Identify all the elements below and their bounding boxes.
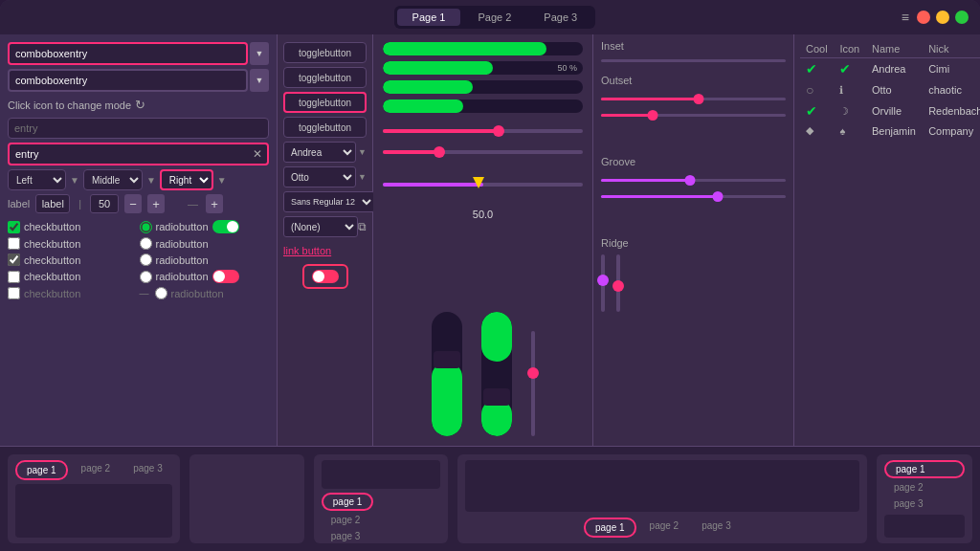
toggle-btn-2[interactable]: togglebutton	[283, 67, 367, 88]
spin-increment[interactable]: +	[147, 194, 165, 213]
maximize-button[interactable]	[955, 11, 969, 24]
align-right-select[interactable]: RightLeft	[160, 169, 213, 190]
radiobutton-4-input[interactable]	[140, 271, 152, 283]
tab-5-page3[interactable]: page 3	[884, 496, 965, 511]
entry-clear-btn[interactable]: ✕	[248, 147, 267, 161]
none-select[interactable]: (None)	[283, 216, 358, 237]
table-header-row: Cool Icon Name Nick	[800, 40, 980, 58]
inset-label: Inset	[593, 34, 793, 54]
spin-decrement[interactable]: −	[124, 194, 142, 213]
cell-nick-1: Cimi	[923, 58, 980, 80]
click-icon-label: Click icon to change mode	[8, 99, 131, 111]
checkbutton-4-label: checkbutton	[24, 271, 80, 282]
combobox1-input[interactable]	[8, 42, 248, 65]
font-select[interactable]: Sans Regular 12	[283, 191, 375, 212]
checkbutton-3-input[interactable]	[8, 253, 20, 266]
table-row[interactable]: ✔ ☽ Orville Redenbacher	[800, 100, 980, 121]
spin-box[interactable]	[90, 194, 119, 213]
combobox2-arrow[interactable]: ▼	[250, 69, 269, 92]
ridge-vert-thumb-1[interactable]	[597, 275, 609, 286]
tab-group-4-row: page 1 page 2 page 3	[465, 518, 859, 538]
tab-5-page2[interactable]: page 2	[884, 480, 965, 495]
wm-buttons	[917, 11, 969, 24]
checkbutton-1: checkbutton	[8, 219, 138, 234]
thin-vs-thumb[interactable]	[527, 367, 539, 379]
hslider-inset-2[interactable]	[383, 146, 583, 158]
main-window: Page 1 Page 2 Page 3 ≡ ▼ ▼	[0, 0, 980, 551]
radiobutton-5-label: radiobutton	[171, 288, 224, 299]
refresh-icon[interactable]: ↻	[135, 98, 145, 112]
toggle-4[interactable]	[212, 270, 239, 283]
checkbutton-5-input[interactable]	[8, 287, 20, 299]
otto-select[interactable]: Otto	[283, 166, 356, 187]
left-panel: ▼ ▼ Click icon to change mode ↻ ✕	[0, 34, 278, 446]
vs-track-left[interactable]	[432, 312, 462, 436]
hslider-inset-1[interactable]	[383, 125, 583, 137]
align-mid-select[interactable]: MiddleTopBottom	[83, 169, 143, 190]
tab-1-page2[interactable]: page 2	[72, 460, 121, 480]
titlebar-tab-1[interactable]: Page 1	[397, 9, 461, 26]
thin-vert-slider	[531, 331, 535, 436]
tab-4-page1[interactable]: page 1	[584, 518, 636, 538]
tab-4-page3[interactable]: page 3	[692, 518, 741, 538]
toggle-1[interactable]	[212, 220, 239, 233]
tab-group-4: page 1 page 2 page 3	[457, 454, 867, 543]
page-icon[interactable]: ⧉	[358, 220, 367, 233]
bottom-area: page 1 page 2 page 3 page 1 page 2 page …	[0, 446, 980, 551]
tab-1-page3[interactable]: page 3	[123, 460, 172, 480]
hslider-outset-1[interactable]	[383, 177, 583, 192]
red-toggle-btn[interactable]	[302, 264, 348, 289]
cell-name-4: Benjamin	[866, 121, 923, 140]
entry-input[interactable]	[10, 148, 248, 160]
ridge-vert-1[interactable]	[601, 254, 605, 312]
spin2-increment[interactable]: +	[206, 194, 223, 213]
table-row[interactable]: ◆ ♠ Benjamin Company	[800, 121, 980, 140]
radiobutton-3-input[interactable]	[140, 253, 152, 266]
tab-4-page2[interactable]: page 2	[640, 518, 689, 538]
table-row[interactable]: ○ ℹ Otto chaotic	[800, 79, 980, 100]
minimize-button[interactable]	[936, 11, 949, 24]
none-row: (None) ⧉	[283, 216, 367, 237]
combobox2-input[interactable]	[8, 69, 248, 92]
checkbutton-5: checkbutton	[8, 286, 138, 300]
tab-group-3: page 1 page 2 page 3	[314, 454, 448, 543]
tab-3-page3[interactable]: page 3	[322, 529, 370, 543]
link-button[interactable]: link button	[283, 241, 367, 260]
table-row[interactable]: ✔ ✔ Andrea Cimi	[800, 58, 980, 80]
vs-handle-left[interactable]	[434, 351, 460, 368]
andrea-select[interactable]: Andrea	[283, 142, 356, 163]
radiobutton-1-input[interactable]	[140, 221, 152, 233]
toggle-btn-4[interactable]: togglebutton	[283, 117, 367, 138]
tab-3-page1[interactable]: page 1	[322, 493, 374, 511]
align-left-select[interactable]: LeftCenterRight	[8, 169, 66, 190]
label-value-box[interactable]	[35, 194, 70, 213]
radiobutton-5-input[interactable]	[155, 287, 167, 299]
titlebar-tab-3[interactable]: Page 3	[528, 9, 592, 26]
checkbutton-4-input[interactable]	[8, 271, 20, 283]
tab-5-page1[interactable]: page 1	[884, 460, 965, 478]
close-button[interactable]	[917, 11, 930, 24]
radiobutton-2-input[interactable]	[140, 237, 152, 250]
entry-placeholder[interactable]	[8, 118, 269, 139]
checkbutton-2-input[interactable]	[8, 237, 20, 250]
combobox1-arrow[interactable]: ▼	[250, 42, 269, 65]
progress-bar-3	[383, 80, 583, 94]
ridge-vert-2[interactable]	[616, 254, 620, 312]
tab-1-page1[interactable]: page 1	[15, 460, 68, 480]
radiobutton-3-label: radiobutton	[156, 254, 209, 266]
ridge-vert-thumb-2[interactable]	[612, 280, 624, 292]
titlebar-tab-2[interactable]: Page 2	[462, 9, 526, 26]
titlebar-tabs: Page 1 Page 2 Page 3	[394, 6, 596, 29]
toggle-btn-3[interactable]: togglebutton	[283, 92, 367, 113]
align-row: LeftCenterRight ▼ MiddleTopBottom ▼ Righ…	[8, 169, 269, 190]
vs-handle-right[interactable]	[483, 388, 510, 406]
tab-group-5-items: page 1 page 2 page 3	[884, 460, 965, 511]
thin-vs-track[interactable]	[531, 331, 535, 436]
tab-3-page2[interactable]: page 2	[322, 513, 370, 527]
toggle-btn-1[interactable]: togglebutton	[283, 42, 367, 63]
vs-track-right[interactable]	[481, 312, 512, 436]
mid-panel: togglebutton togglebutton togglebutton t…	[278, 34, 373, 446]
menu-icon[interactable]: ≡	[902, 10, 909, 25]
checkbutton-1-input[interactable]	[8, 221, 20, 233]
sliders-top: 50 %	[373, 34, 592, 222]
